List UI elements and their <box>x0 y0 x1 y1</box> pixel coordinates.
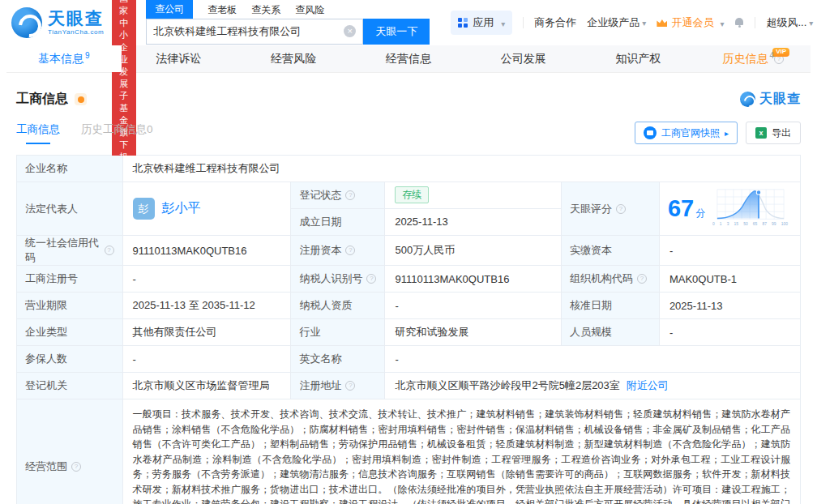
search-tab-relation[interactable]: 查关系 <box>251 2 280 19</box>
field-label: 英文名称 <box>291 346 385 373</box>
table-row: 登记状态 存续 <box>291 182 561 209</box>
promo-line2: 国家中小企业发展子基金旗下机构 <box>119 0 129 175</box>
search-button[interactable]: 天眼一下 <box>363 19 430 45</box>
table-row: 统一社会信用代码 91110113MAK0QUTB16 注册资本 500万人民币… <box>17 236 801 266</box>
company-type-value: 其他有限责任公司 <box>123 319 292 346</box>
help-icon[interactable] <box>366 274 376 284</box>
table-row: 参保人数 - 英文名称 - <box>17 346 801 373</box>
field-label: 天眼评分 <box>562 182 660 235</box>
search-input[interactable] <box>153 25 344 37</box>
search-box <box>146 19 363 45</box>
help-icon[interactable] <box>345 246 355 255</box>
logo-domain: TianYanCha.com <box>48 29 104 36</box>
tab-count: 9 <box>85 51 90 60</box>
field-label: 纳税人资质 <box>291 293 385 319</box>
field-label: 人员规模 <box>562 319 660 346</box>
help-icon[interactable] <box>71 462 81 472</box>
registration-number-value: - <box>123 266 292 293</box>
field-label: 成立日期 <box>291 209 385 236</box>
field-label: 实缴资本 <box>562 236 660 266</box>
help-icon[interactable] <box>105 246 114 255</box>
tab-legal-litigation[interactable]: 法律诉讼 <box>122 45 237 72</box>
table-row: 营业期限 2025-11-13 至 2035-11-12 纳税人资质 - 核准日… <box>17 293 801 319</box>
crown-icon <box>657 19 667 27</box>
export-button[interactable]: 导出 <box>746 122 801 144</box>
field-label: 统一社会信用代码 <box>17 236 123 266</box>
tab-intellectual-property[interactable]: 知识产权 <box>581 45 696 72</box>
clear-search-icon[interactable] <box>344 25 356 37</box>
excel-icon <box>755 127 767 139</box>
nearby-companies-link[interactable]: 附近公司 <box>627 378 669 393</box>
field-label: 注册地址 <box>291 373 385 399</box>
tab-business-info[interactable]: 经营信息 <box>351 45 466 72</box>
search-area: 查公司 查老板 查关系 查风险 天眼一下 <box>146 2 430 45</box>
table-row: 登记机关 北京市顺义区市场监督管理局 注册地址 北京市顺义区顺平路沙岭段甲2号院… <box>17 373 801 399</box>
search-tab-risk[interactable]: 查风险 <box>295 2 324 19</box>
tab-company-development[interactable]: 公司发展 <box>466 45 581 72</box>
notification-bell-icon[interactable] <box>734 18 744 28</box>
caret-down-icon <box>639 16 646 28</box>
field-label: 登记机关 <box>17 373 123 399</box>
official-snapshot-button[interactable]: 工商官网快照 <box>635 122 738 144</box>
legal-rep-link[interactable]: 彭小平 <box>162 200 201 217</box>
registry-authority-value: 北京市顺义区市场监督管理局 <box>123 373 292 399</box>
insured-count-value: - <box>123 346 292 373</box>
search-tab-company[interactable]: 查公司 <box>146 0 193 19</box>
paid-in-capital-value: - <box>660 236 801 266</box>
menu-apps[interactable]: 应用 <box>451 11 512 35</box>
menu-cooperation[interactable]: 商务合作 <box>534 15 576 30</box>
taxpayer-id-value: 91110113MAK0QUTB16 <box>385 266 562 293</box>
camera-icon <box>644 126 657 139</box>
field-label: 核准日期 <box>562 293 660 319</box>
industry-value: 研究和试验发展 <box>385 319 562 346</box>
help-icon[interactable] <box>345 190 355 200</box>
field-label: 经营范围 <box>17 399 123 504</box>
credit-code-value: 91110113MAK0QUTB16 <box>123 236 292 266</box>
help-icon[interactable] <box>616 204 626 214</box>
company-name-value: 北京铁科建维工程科技有限公司 <box>123 156 801 182</box>
field-label: 企业类型 <box>17 319 123 346</box>
apps-grid-icon <box>458 18 468 28</box>
business-scope-value: 一般项目：技术服务、技术开发、技术咨询、技术交流、技术转让、技术推广；建筑材料销… <box>123 399 801 504</box>
establish-date-value: 2025-11-13 <box>385 209 561 236</box>
menu-vip-upgrade[interactable]: 开通会员 <box>657 15 724 30</box>
tianyancha-logo-icon <box>11 7 42 38</box>
field-label: 注册资本 <box>291 236 385 266</box>
subtab-history-registration[interactable]: 历史工商信息0 <box>81 122 153 144</box>
legal-representative-cell: 彭 彭小平 <box>123 182 292 235</box>
table-row: 经营范围 一般项目：技术服务、技术开发、技术咨询、技术交流、技术转让、技术推广；… <box>17 399 801 504</box>
business-term-value: 2025-11-13 至 2035-11-12 <box>123 293 292 319</box>
score-marker-dot <box>756 190 760 194</box>
status-badge: 存续 <box>395 186 429 203</box>
tab-history-info[interactable]: VIP 历史信息 4 <box>695 45 811 72</box>
help-icon[interactable] <box>637 274 647 284</box>
vip-badge: VIP <box>772 48 789 57</box>
legal-rep-avatar[interactable]: 彭 <box>133 198 155 220</box>
chart-axis-ticks: 0131550658799100 <box>712 222 788 227</box>
table-row: 企业类型 其他有限责任公司 行业 研究和试验发展 人员规模 - <box>17 319 801 346</box>
search-tab-boss[interactable]: 查老板 <box>207 2 237 19</box>
tianyancha-logo[interactable]: 天眼查 TianYanCha.com <box>11 7 104 38</box>
field-label: 营业期限 <box>17 293 123 319</box>
caret-down-icon <box>717 17 724 29</box>
taxpayer-qualification-value: - <box>385 293 562 319</box>
subtab-current-registration[interactable]: 工商信息 <box>16 122 60 144</box>
tab-basic-info[interactable]: 基本信息9 <box>6 45 122 72</box>
field-label: 行业 <box>291 319 385 346</box>
help-icon[interactable] <box>345 381 355 391</box>
table-row: 企业名称 北京铁科建维工程科技有限公司 <box>17 156 801 182</box>
bell-curve-chart <box>712 188 789 222</box>
menu-divider <box>523 17 524 28</box>
registered-address-value: 北京市顺义区顺平路沙岭段甲2号院5幢2层203室 附近公司 <box>385 373 800 399</box>
promo-banner: 都在用的商业查询工具 国家中小企业发展子基金旗下机构 <box>112 0 136 179</box>
menu-enterprise[interactable]: 企业级产品 <box>587 15 646 30</box>
table-row: 法定代表人 彭 彭小平 登记状态 存续 成立日期 2025-11-13 天眼评分 <box>17 182 801 236</box>
tab-operation-risk[interactable]: 经营风险 <box>236 45 351 72</box>
table-row: 成立日期 2025-11-13 <box>291 209 561 236</box>
section-title: 工商信息 <box>16 91 68 108</box>
caret-down-icon <box>498 17 505 29</box>
field-label: 企业名称 <box>17 156 123 182</box>
organization-code-value: MAK0QUTB-1 <box>660 266 801 293</box>
score-distribution-chart: 0131550658799100 <box>712 188 789 229</box>
menu-super-risk[interactable]: 超级风... <box>766 15 813 30</box>
